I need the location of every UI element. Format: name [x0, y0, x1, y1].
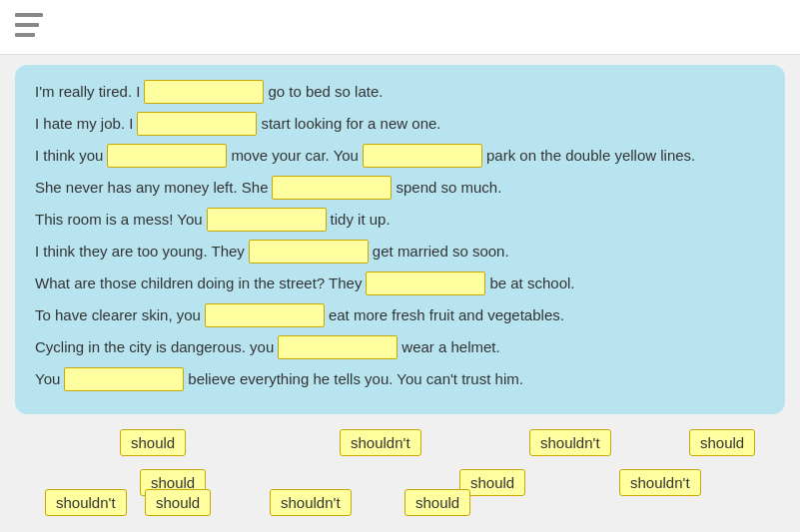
answer-blank[interactable] [249, 240, 369, 264]
word-card[interactable]: shouldn't [45, 489, 127, 516]
svg-rect-1 [15, 23, 39, 27]
svg-rect-0 [15, 13, 43, 17]
word-card[interactable]: should [404, 489, 470, 516]
word-bank-container: shouldshouldshouldn'tshouldshouldn'tshou… [30, 429, 770, 529]
sentence-row: I hate my job. Istart looking for a new … [35, 112, 765, 136]
sentence-text: be at school. [489, 272, 574, 295]
svg-rect-2 [15, 33, 35, 37]
sentence-row: Youbelieve everything he tells you. You … [35, 367, 765, 391]
sentence-text: start looking for a new one. [261, 113, 440, 136]
sentence-text: go to bed so late. [268, 81, 383, 104]
answer-blank[interactable] [207, 208, 327, 232]
sentence-row: Cycling in the city is dangerous. youwea… [35, 335, 765, 359]
word-card[interactable]: should [120, 429, 186, 456]
word-card[interactable]: should [689, 429, 755, 456]
exercise-area: I'm really tired. Igo to bed so late.I h… [15, 65, 785, 414]
sentence-text: I think they are too young. They [35, 241, 245, 264]
answer-blank[interactable] [107, 144, 227, 168]
word-card[interactable]: should [145, 489, 211, 516]
sentence-text: move your car. You [231, 145, 359, 168]
answer-blank[interactable] [64, 367, 184, 391]
sentence-text: believe everything he tells you. You can… [188, 368, 523, 391]
sentence-text: spend so much. [396, 177, 501, 200]
sentence-text: What are those children doing in the str… [35, 272, 362, 295]
sentence-row: This room is a mess! Youtidy it up. [35, 208, 765, 232]
sentence-text: I hate my job. I [35, 113, 133, 136]
word-card[interactable]: shouldn't [340, 429, 421, 456]
word-bank: shouldshouldshouldn'tshouldshouldn'tshou… [15, 424, 785, 532]
sentence-text: I think you [35, 145, 103, 168]
word-card[interactable]: shouldn't [270, 489, 352, 516]
answer-blank[interactable] [144, 80, 264, 104]
sentence-row: I think they are too young. Theyget marr… [35, 240, 765, 264]
sentence-text: eat more fresh fruit and vegetables. [329, 304, 564, 327]
word-card[interactable]: shouldn't [619, 469, 701, 496]
sentence-row: What are those children doing in the str… [35, 271, 765, 295]
sentence-text: park on the double yellow lines. [486, 145, 695, 168]
answer-blank[interactable] [363, 144, 482, 168]
sentence-row: To have clearer skin, youeat more fresh … [35, 303, 765, 327]
sentence-text: I'm really tired. I [35, 81, 140, 104]
sentence-text: tidy it up. [331, 209, 391, 232]
answer-blank[interactable] [205, 303, 325, 327]
page-header [0, 0, 800, 55]
main-content: I'm really tired. Igo to bed so late.I h… [0, 55, 800, 532]
sentence-text: You [35, 368, 60, 391]
sentence-text: To have clearer skin, you [35, 304, 201, 327]
sentence-text: This room is a mess! You [35, 209, 203, 232]
sentence-text: Cycling in the city is dangerous. you [35, 336, 274, 359]
sentence-text: She never has any money left. She [35, 177, 268, 200]
sentence-row: She never has any money left. Shespend s… [35, 176, 765, 200]
sentence-text: get married so soon. [373, 241, 509, 264]
word-card[interactable]: shouldn't [529, 429, 611, 456]
answer-blank[interactable] [366, 271, 485, 295]
answer-blank[interactable] [137, 112, 257, 136]
sentence-row: I'm really tired. Igo to bed so late. [35, 80, 765, 104]
header-icon [15, 11, 47, 43]
sentence-row: I think youmove your car. Youpark on the… [35, 144, 765, 168]
answer-blank[interactable] [278, 335, 398, 359]
sentence-text: wear a helmet. [401, 336, 499, 359]
answer-blank[interactable] [272, 176, 392, 200]
